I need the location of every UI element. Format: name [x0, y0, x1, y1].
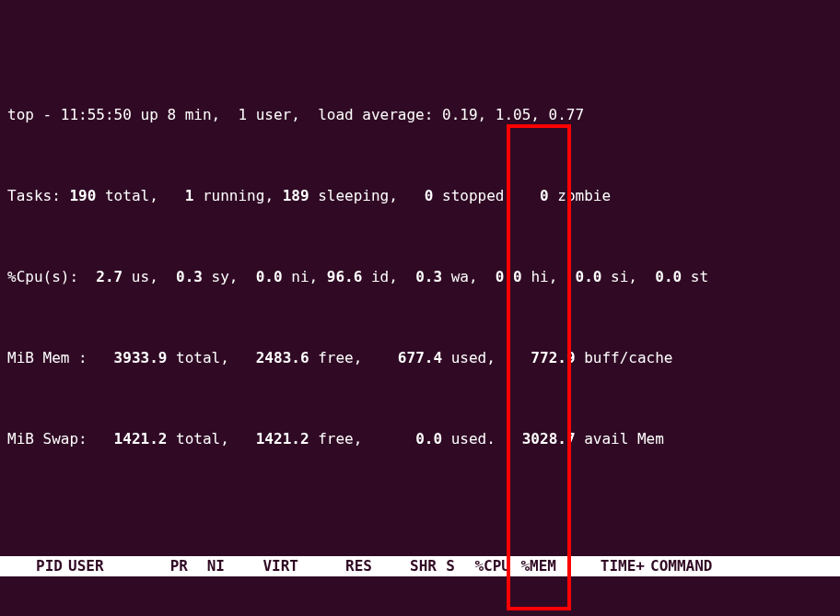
col-pr[interactable]: PR [142, 556, 188, 576]
summary-uptime: top - 11:55:50 up 8 min, 1 user, load av… [7, 105, 833, 125]
col-time[interactable]: TIME+ [556, 556, 645, 576]
col-virt[interactable]: VIRT [225, 556, 298, 576]
col-ni[interactable]: NI [188, 556, 225, 576]
col-cmd[interactable]: COMMAND [645, 556, 752, 576]
col-user[interactable]: USER [63, 556, 142, 576]
summary-mem: MiB Mem : 3933.9 total, 2483.6 free, 677… [7, 348, 833, 368]
summary-area: top - 11:55:50 up 8 min, 1 user, load av… [7, 64, 833, 490]
col-res[interactable]: RES [298, 556, 372, 576]
summary-swap: MiB Swap: 1421.2 total, 1421.2 free, 0.0… [7, 429, 833, 449]
column-header-row[interactable]: PIDUSERPRNIVIRTRESSHRS%CPU%MEMTIME+COMMA… [0, 556, 840, 576]
col-pid[interactable]: PID [7, 556, 63, 576]
col-mem[interactable]: %MEM [510, 556, 556, 576]
col-cpu[interactable]: %CPU [455, 556, 510, 576]
col-s[interactable]: S [437, 556, 455, 576]
summary-cpu: %Cpu(s): 2.7 us, 0.3 sy, 0.0 ni, 96.6 id… [7, 267, 833, 287]
summary-tasks: Tasks: 190 total, 1 running, 189 sleepin… [7, 186, 833, 206]
col-shr[interactable]: SHR [372, 556, 437, 576]
terminal-window[interactable]: top - 11:55:50 up 8 min, 1 user, load av… [0, 0, 840, 616]
